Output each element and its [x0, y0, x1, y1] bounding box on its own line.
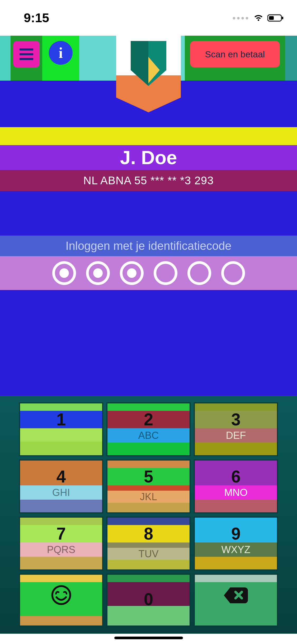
key-letters: GHI — [52, 487, 70, 498]
key-digit: 6 — [231, 467, 241, 486]
key-letters: PQRS — [47, 544, 76, 555]
key-digit: 1 — [56, 410, 66, 429]
account-iban: NL ABNA 55 *** ** *3 293 — [83, 174, 214, 187]
pin-dot — [120, 261, 144, 285]
pin-indicator — [0, 256, 297, 290]
account-name-row: J. Doe — [0, 145, 297, 170]
key-digit: 2 — [144, 410, 153, 429]
account-name: J. Doe — [120, 147, 177, 168]
login-instruction: Inloggen met je identificatiecode — [65, 239, 232, 252]
status-time: 9:15 — [24, 11, 49, 25]
account-iban-row: NL ABNA 55 *** ** *3 293 — [0, 170, 297, 191]
keypad-key-6[interactable]: 6MNO — [194, 459, 278, 513]
pin-dot — [154, 261, 177, 285]
scan-and-pay-label: Scan en betaal — [205, 49, 265, 59]
svg-point-3 — [52, 586, 70, 604]
keypad-key-9[interactable]: 9WXYZ — [194, 517, 278, 571]
pin-dot — [221, 261, 245, 285]
key-digit: 3 — [231, 410, 241, 429]
backspace-icon — [223, 586, 249, 605]
decorative-band — [0, 290, 297, 396]
hamburger-icon — [20, 48, 33, 60]
key-digit: 8 — [144, 524, 153, 544]
keypad-key-3[interactable]: 3DEF — [194, 402, 278, 456]
keypad-key-0[interactable]: 0 — [106, 574, 191, 627]
wifi-icon — [253, 14, 264, 22]
pin-dot — [187, 261, 211, 285]
key-digit: 9 — [231, 524, 241, 544]
shield-icon — [131, 41, 166, 86]
keypad-key-8[interactable]: 8TUV — [106, 517, 191, 571]
app-logo — [116, 36, 181, 112]
svg-rect-2 — [282, 17, 283, 19]
login-instruction-row: Inloggen met je identificatiecode — [0, 236, 297, 256]
info-button[interactable]: i — [49, 41, 73, 65]
keypad-key-2[interactable]: 2ABC — [106, 402, 191, 456]
scan-and-pay-button[interactable]: Scan en betaal — [190, 41, 280, 67]
key-digit: 4 — [56, 467, 66, 486]
pin-dot — [52, 261, 76, 285]
key-letters: ABC — [138, 430, 159, 441]
battery-icon — [267, 14, 284, 22]
key-letters: JKL — [140, 491, 157, 503]
menu-button[interactable] — [13, 41, 40, 67]
keypad-area: 1 2ABC 3DEF 4GHI 5JKL 6MNO 7PQRS — [0, 396, 297, 634]
keypad-key-5[interactable]: 5JKL — [106, 459, 191, 513]
keypad-biometric-button[interactable] — [19, 574, 103, 627]
key-letters: WXYZ — [221, 544, 251, 555]
svg-rect-1 — [269, 16, 274, 20]
home-indicator — [114, 637, 183, 639]
key-letters: DEF — [226, 430, 246, 441]
keypad-backspace-button[interactable] — [194, 574, 278, 627]
pin-dot — [86, 261, 110, 285]
decorative-band — [0, 191, 297, 236]
key-letters: MNO — [224, 487, 248, 498]
face-id-icon — [51, 585, 72, 606]
keypad-key-7[interactable]: 7PQRS — [19, 517, 103, 571]
status-bar: 9:15 ●●●● — [0, 0, 297, 36]
key-letters: TUV — [139, 548, 159, 560]
info-icon: i — [59, 44, 63, 61]
keypad-key-4[interactable]: 4GHI — [19, 459, 103, 513]
key-digit: 7 — [56, 524, 66, 544]
decorative-band — [0, 127, 297, 145]
keypad-key-1[interactable]: 1 — [19, 402, 103, 456]
signal-dots-icon: ●●●● — [232, 15, 249, 21]
key-digit: 5 — [144, 467, 153, 486]
